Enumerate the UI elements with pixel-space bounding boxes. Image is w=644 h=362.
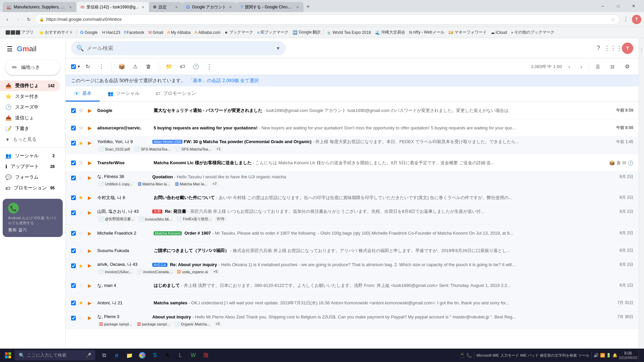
close-button[interactable]: ✕ [626, 0, 641, 12]
minimize-button[interactable]: ─ [595, 0, 610, 12]
email-row[interactable]: ★ ▶ arivik, Оксана, 나 43 AVEGA Re: About… [66, 259, 639, 277]
attachment-more[interactable]: +5 [211, 269, 220, 275]
mark-read-icon[interactable]: ✉ [622, 160, 626, 166]
bookmark-icloud[interactable]: ☁ iCloud [489, 29, 509, 36]
label-button[interactable]: 🏷 [176, 61, 189, 73]
tab-social[interactable]: 👥 ソーシャル [100, 86, 148, 102]
bookmark-worldtea[interactable]: 🍵 World Tea Expo 2018 [324, 29, 373, 36]
address-bar[interactable]: 🔒 https://mail.google.com/mail/u/0/#inbo… [35, 14, 620, 24]
email-row[interactable]: ★ ▶ Antoni, 나 21 Matcha samples - OK,I u… [66, 294, 639, 312]
email-checkbox[interactable] [71, 161, 76, 165]
bookmark-osusume[interactable]: ⭐ おすすめサイト [36, 28, 76, 36]
gmail-menu-toggle[interactable]: ☰ [5, 44, 14, 54]
user-avatar[interactable]: T [632, 15, 641, 24]
star-icon[interactable]: ☆ [78, 175, 85, 181]
archive-button[interactable]: 📦 [116, 61, 128, 73]
density-button[interactable]: ⊟ [606, 61, 619, 73]
tab-promotions[interactable]: 🏷 プロモーション [148, 86, 204, 102]
bookmark-alibabacom[interactable]: A Alibaba.com [193, 29, 222, 36]
line-button[interactable]: L [174, 349, 186, 361]
attachment-chip[interactable]: 📄invoice(USAsc... [97, 269, 134, 275]
system-icons[interactable]: 🔊 📶 🔋 [594, 353, 611, 358]
select-all-checkbox-area[interactable]: ▼ [71, 64, 80, 69]
more-toolbar-button[interactable]: ⋮ [203, 61, 215, 73]
compose-button[interactable]: ✏ 編地っき [5, 60, 60, 75]
email-row[interactable]: ☆ ▶ 山田, 塩さおり, 나 43 矢野 Re: 発注書 - 茶匠六兵衛 井上… [66, 206, 639, 225]
attachment-more[interactable]: 97件 [215, 216, 226, 222]
attachment-chip[interactable]: 📄FedEx送り状控... [175, 216, 213, 222]
view-toggle-button[interactable]: ☰ [592, 61, 604, 73]
email-checkbox[interactable] [71, 248, 76, 253]
sidebar-item-sent[interactable]: 📤 送信じょ [0, 113, 60, 123]
star-icon[interactable]: ☆ [78, 160, 85, 166]
attachment-more[interactable]: +3 [213, 321, 222, 327]
bookmark-okinawa[interactable]: 🌊 沖縄大交易会 [373, 28, 407, 36]
gmail-right-action[interactable]: │ [639, 40, 644, 60]
email-checkbox[interactable] [71, 176, 76, 180]
select-dropdown-icon[interactable]: ▼ [77, 65, 80, 68]
bookmark-apps[interactable]: ⬛⬛⬛ アプリ [3, 28, 36, 36]
sidebar-item-inbox[interactable]: 📥 受信件じょ 142 [0, 80, 60, 91]
bookmark-moneyforward[interactable]: 💴 マネーフォワード [446, 28, 489, 36]
email-checkbox[interactable] [71, 195, 76, 200]
email-checkbox[interactable] [71, 316, 76, 320]
move-to-button[interactable]: 📁 [163, 61, 175, 73]
bookmark-gmail[interactable]: M Gmail [146, 29, 165, 36]
star-icon[interactable]: ★ [78, 194, 85, 201]
star-icon[interactable]: ★ [78, 263, 85, 269]
attachment-chip[interactable]: 📄invoice(Canada... [136, 269, 174, 275]
email-row[interactable]: ☆ ▶ な, mari 4 はじめまして - 井上様 浅野です。日本におります。… [66, 277, 639, 294]
taskview-button[interactable]: ⧉ [98, 349, 110, 361]
bookmark-ie[interactable]: e IEブックマーク [255, 28, 290, 36]
tab-google-account[interactable]: G Google アカウント ✕ [182, 2, 236, 12]
bookmark-facebook[interactable]: f Facebook [122, 29, 147, 36]
delete-quick-icon[interactable]: 🗑 [616, 160, 621, 166]
email-row[interactable]: ☆ ▶ Google 重大なセキュリティ通知 - パスワードが変更されました -… [66, 102, 639, 119]
bookmark-bookmarks[interactable]: ★ ブックマーク [222, 28, 255, 36]
email-row[interactable]: ☆ ▶ TransferWise Matcha Konomi Llc 様がお客様… [66, 154, 639, 172]
bookmark-translate[interactable]: 🔤 Google 翻訳 [290, 28, 323, 36]
bookmark-more[interactable]: » その他のブックマーク [509, 28, 557, 36]
sidebar-item-snoozed[interactable]: 🕐 スヌーズ中 [0, 102, 60, 113]
attachment-chip[interactable]: 📄SFS-MatchaTea... [133, 146, 172, 152]
weibo-button[interactable]: 微 [200, 349, 212, 361]
explorer-button[interactable]: 📁 [123, 349, 136, 361]
next-page-button[interactable]: › [577, 62, 586, 71]
search-dropdown-icon[interactable]: ▼ [276, 46, 280, 51]
star-icon[interactable]: ☆ [78, 210, 85, 216]
account-avatar[interactable]: T [622, 43, 633, 54]
taskbar-search-bar[interactable]: 🔍 ここに入力して検索 🎤 [15, 350, 95, 360]
delete-button[interactable]: 🗑 [143, 61, 155, 73]
email-checkbox[interactable] [71, 210, 76, 215]
confirm-text[interactable]: 確定前の文字列を検索 [540, 353, 577, 358]
sidebar-item-social[interactable]: 👥 ソーシャル 2 [0, 150, 60, 161]
bookmark-google[interactable]: G Google [77, 29, 100, 36]
bookmark-nifty[interactable]: N nifty - Webメール [407, 28, 446, 36]
email-row[interactable]: ☆ ▶ alisourcepro@servic. 5 buying reques… [66, 119, 639, 137]
attachment-chip[interactable]: 🖼package sampl... [97, 321, 134, 327]
settings-button[interactable]: ⚙ [621, 61, 633, 73]
tab-settings[interactable]: ⚙ 設定 ✕ [149, 2, 182, 12]
maximize-button[interactable]: □ [610, 0, 626, 12]
email-row[interactable]: ☆ ▶ な, Fitness 36 Quotation - Hello Tasu… [66, 172, 639, 189]
edge-button[interactable]: e [111, 349, 123, 361]
attachment-chip[interactable]: 🖼Matcha Man la... [173, 181, 209, 187]
input-mode-text[interactable]: 入力モード [500, 353, 519, 358]
attachment-more[interactable]: +7 [210, 181, 219, 187]
attachment-chip[interactable]: 📄Scan_0102.pdf [97, 146, 132, 152]
help-button[interactable]: ? [592, 42, 604, 54]
apps-grid-button[interactable]: ⋮⋮⋮ [607, 42, 619, 54]
tab-close-google-account[interactable]: ✕ [228, 5, 232, 10]
tab-close-gmail[interactable]: ✕ [141, 5, 145, 10]
snooze-button[interactable]: 🕐 [190, 61, 202, 73]
bookmark-myalibaba[interactable]: A My Alibaba [165, 29, 193, 36]
email-checkbox[interactable] [71, 108, 76, 113]
tab-close-settings[interactable]: ✕ [174, 5, 178, 10]
sidebar-item-updates[interactable]: ℹ アップデート 28 [0, 161, 60, 172]
attachment-chip[interactable]: 🖼usda_organic.ai [175, 269, 210, 275]
tab-help[interactable]: ? 賛関する - Google Chrome ヘルプ ✕ [236, 2, 304, 12]
imepad-text[interactable]: IME パッド [520, 353, 539, 358]
sidebar-item-promotions[interactable]: 🏷 プロモーション 95 [0, 183, 60, 193]
star-icon[interactable]: ☆ [78, 282, 85, 289]
browser-menu-button[interactable]: ⋮ [621, 15, 631, 24]
